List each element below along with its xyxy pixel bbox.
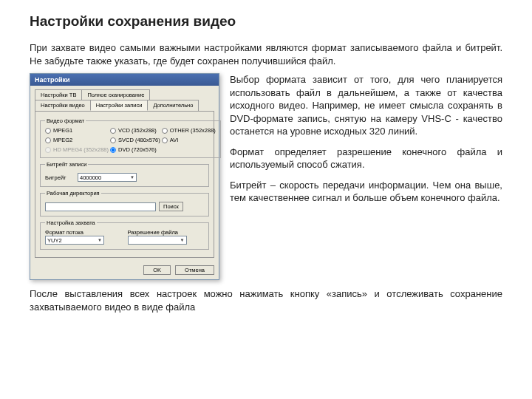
legend-capture: Настройка захвата bbox=[45, 219, 97, 226]
page-title: Настройки сохранения видео bbox=[30, 13, 502, 30]
chevron-down-icon: ▼ bbox=[98, 238, 102, 242]
radio-label: OTHER (352x288) bbox=[170, 127, 216, 134]
bitrate-label: Битрейт bbox=[45, 174, 75, 181]
radio-mpeg2[interactable]: MPEG2 bbox=[45, 137, 109, 143]
radio-label: DVD (720x576) bbox=[118, 146, 157, 153]
res-label: Разрешение файла bbox=[128, 229, 205, 236]
ok-button[interactable]: OK bbox=[143, 265, 171, 275]
radio-hdmpeg4: HD MPEG4 (352x288) bbox=[45, 146, 109, 153]
res-combo[interactable]: ▼ bbox=[128, 236, 187, 245]
radio-label: HD MPEG4 (352x288) bbox=[53, 146, 109, 153]
legend-bitrate: Битрейт записи bbox=[45, 161, 88, 168]
radio-mpeg1[interactable]: MPEG1 bbox=[45, 127, 109, 134]
bitrate-value: 4000000 bbox=[80, 174, 101, 181]
radio-label: MPEG1 bbox=[53, 127, 72, 134]
radio-dvd[interactable]: DVD (720x576) bbox=[110, 146, 160, 153]
group-capture: Настройка захвата Формат потока YUY2▼ Ра… bbox=[40, 219, 209, 250]
radio-label: SVCD (480x576) bbox=[118, 137, 160, 143]
outro-text: После выставления всех настроек можно на… bbox=[30, 287, 502, 313]
tab-video[interactable]: Настройки видео bbox=[35, 100, 91, 111]
dialog-titlebar: Настройки bbox=[30, 74, 219, 86]
intro-text: При захвате видео самыми важными настрой… bbox=[30, 41, 502, 67]
radio-svcd[interactable]: SVCD (480x576) bbox=[110, 137, 160, 143]
dir-input[interactable] bbox=[45, 202, 156, 211]
tab-scan[interactable]: Полное сканирование bbox=[81, 89, 150, 100]
radio-label: VCD (352x288) bbox=[118, 127, 157, 134]
right-column: Выбор формата зависит от того, для чего … bbox=[230, 73, 502, 280]
legend-video-format: Видео формат bbox=[45, 117, 86, 124]
radio-other[interactable]: OTHER (352x288) bbox=[162, 127, 216, 134]
browse-button[interactable]: Поиск bbox=[159, 202, 183, 211]
para-3: Битрейт – скорость передачи информации. … bbox=[230, 179, 502, 205]
group-dir: Рабочая директория Поиск bbox=[40, 190, 209, 216]
chevron-down-icon: ▼ bbox=[180, 238, 185, 242]
stream-value: YUY2 bbox=[47, 237, 62, 244]
tabs: Настройки ТВ Полное сканирование Настрой… bbox=[30, 86, 219, 111]
radio-label: AVI bbox=[170, 137, 179, 143]
settings-dialog: Настройки Настройки ТВ Полное сканирован… bbox=[30, 73, 219, 280]
para-2: Формат определяет разрешение конечного ф… bbox=[230, 146, 502, 171]
chevron-down-icon: ▼ bbox=[130, 175, 134, 180]
radio-avi[interactable]: AVI bbox=[162, 137, 216, 143]
tab-panel: Видео формат MPEG1 VCD (352x288) OTHER (… bbox=[35, 111, 214, 258]
para-1: Выбор формата зависит от того, для чего … bbox=[230, 73, 502, 138]
group-bitrate: Битрейт записи Битрейт 4000000▼ bbox=[40, 161, 209, 187]
cancel-button[interactable]: Отмена bbox=[175, 265, 214, 275]
legend-dir: Рабочая директория bbox=[45, 190, 101, 197]
bitrate-combo[interactable]: 4000000▼ bbox=[78, 173, 137, 182]
stream-combo[interactable]: YUY2▼ bbox=[45, 236, 104, 245]
tab-extra[interactable]: Дополнительно bbox=[147, 100, 199, 111]
tab-record[interactable]: Настройки записи bbox=[90, 100, 149, 111]
tab-tv[interactable]: Настройки ТВ bbox=[35, 89, 82, 100]
group-video-format: Видео формат MPEG1 VCD (352x288) OTHER (… bbox=[40, 117, 221, 158]
stream-label: Формат потока bbox=[45, 229, 122, 236]
radio-vcd[interactable]: VCD (352x288) bbox=[110, 127, 160, 134]
radio-label: MPEG2 bbox=[53, 137, 72, 143]
